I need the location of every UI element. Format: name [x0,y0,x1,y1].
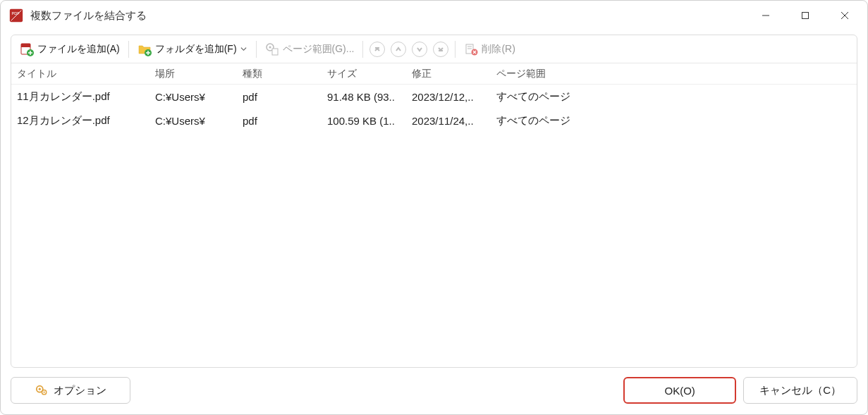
delete-icon [464,42,478,56]
move-bottom-button[interactable] [433,42,448,57]
add-folder-button[interactable]: フォルダを追加(F) [133,40,252,58]
cell-location: C:¥Users¥ [149,91,237,103]
options-button[interactable]: オプション [11,377,130,404]
delete-label: 削除(R) [482,43,515,56]
cell-page-range: すべてのページ [491,114,857,128]
titlebar: PDF 複数ファイルを結合する [1,1,867,30]
col-page-range[interactable]: ページ範囲 [491,68,857,80]
footer: オプション OK(O) キャンセル（C） [1,375,867,414]
cell-page-range: すべてのページ [491,90,857,104]
cell-title: 11月カレンダー.pdf [11,90,149,104]
svg-point-15 [269,46,271,48]
toolbar: ファイルを追加(A) フォルダを追加(F) [11,35,857,63]
close-button[interactable] [825,1,864,30]
separator [362,41,363,58]
svg-point-26 [38,388,40,390]
cell-size: 100.59 KB (1.. [322,115,406,127]
cancel-label: キャンセル（C） [759,384,841,397]
file-list: 11月カレンダー.pdf C:¥Users¥ pdf 91.48 KB (93.… [11,85,857,367]
add-folder-label: フォルダを追加(F) [155,43,237,56]
window-controls [746,1,864,30]
move-up-button[interactable] [391,42,406,57]
table-header: タイトル 場所 種類 サイズ 修正 ページ範囲 [11,63,857,85]
page-range-button[interactable]: ページ範囲(G)... [261,40,359,58]
main-panel: ファイルを追加(A) フォルダを追加(F) [11,35,857,368]
col-location[interactable]: 場所 [149,68,237,80]
col-type[interactable]: 種類 [237,68,322,80]
ok-button[interactable]: OK(O) [623,377,736,404]
gear-page-icon [265,42,279,56]
minimize-button[interactable] [746,1,786,30]
cell-location: C:¥Users¥ [149,115,237,127]
delete-button[interactable]: 削除(R) [460,40,519,58]
cell-modified: 2023/12/12,.. [406,91,491,103]
page-range-label: ページ範囲(G)... [283,43,355,56]
col-size[interactable]: サイズ [322,68,406,80]
separator [455,41,456,58]
cell-title: 12月カレンダー.pdf [11,114,149,128]
cancel-button[interactable]: キャンセル（C） [743,377,857,404]
separator [128,41,129,58]
cell-size: 91.48 KB (93.. [322,91,406,103]
pdf-add-icon [20,42,34,56]
separator [256,41,257,58]
app-icon: PDF [8,7,25,24]
ok-label: OK(O) [664,385,695,397]
dropdown-icon [240,46,247,53]
table-row[interactable]: 11月カレンダー.pdf C:¥Users¥ pdf 91.48 KB (93.… [11,85,857,109]
cell-modified: 2023/11/24,.. [406,115,491,127]
window-title: 複数ファイルを結合する [30,9,147,23]
svg-rect-7 [21,44,30,47]
move-down-button[interactable] [412,42,427,57]
add-file-label: ファイルを追加(A) [37,43,120,56]
col-title[interactable]: タイトル [11,68,149,80]
table-row[interactable]: 12月カレンダー.pdf C:¥Users¥ pdf 100.59 KB (1.… [11,109,857,132]
col-modified[interactable]: 修正 [406,68,491,80]
svg-point-28 [43,392,44,393]
gear-icon [35,384,48,397]
move-top-button[interactable] [369,42,385,57]
cell-type: pdf [237,91,322,103]
svg-rect-3 [802,13,809,19]
folder-add-icon [137,42,152,56]
add-file-button[interactable]: ファイルを追加(A) [16,40,124,58]
svg-rect-16 [272,49,278,55]
maximize-button[interactable] [786,1,825,30]
options-label: オプション [54,384,106,397]
cell-type: pdf [237,115,322,127]
